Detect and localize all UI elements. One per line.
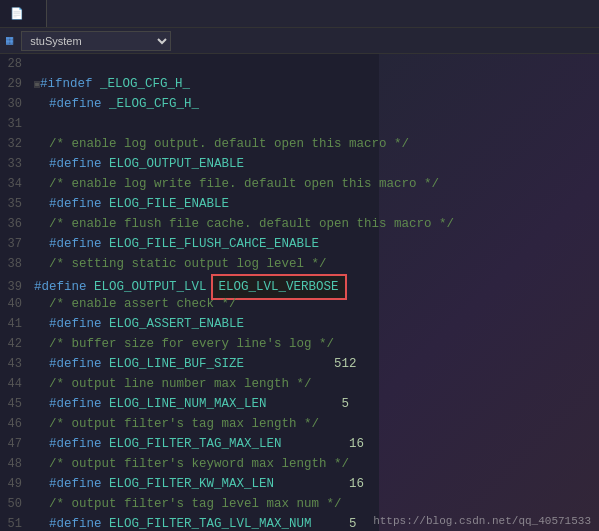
table-row: 28 (0, 54, 599, 74)
token-number: 16 (349, 437, 364, 451)
line-number: 28 (4, 57, 34, 71)
table-row: 31 (0, 114, 599, 134)
tab-elog-cfg[interactable]: 📄 (0, 0, 47, 27)
line-number: 48 (4, 457, 34, 471)
token-keyword: #define (49, 477, 102, 491)
token-text (34, 337, 49, 351)
line-content (34, 114, 595, 134)
token-keyword: #define (49, 437, 102, 451)
file-icon: 📄 (10, 7, 24, 20)
line-content: #define ELOG_FILTER_KW_MAX_LEN 16 (34, 474, 595, 494)
token-text (267, 397, 342, 411)
token-text (34, 437, 49, 451)
table-row: 48 /* output filter's keyword max length… (0, 454, 599, 474)
line-number: 33 (4, 157, 34, 171)
token-comment: /* enable log write file. default open t… (49, 177, 439, 191)
line-content: #define _ELOG_CFG_H_ (34, 94, 595, 114)
line-content: /* output filter's keyword max length */ (34, 454, 595, 474)
token-comment: /* enable flush file cache. default open… (49, 217, 454, 231)
token-text (34, 237, 49, 251)
token-text (34, 357, 49, 371)
token-keyword: #define (49, 317, 102, 331)
table-row: 49 #define ELOG_FILTER_KW_MAX_LEN 16 (0, 474, 599, 494)
line-content: #define ELOG_ASSERT_ENABLE (34, 314, 595, 334)
line-number: 30 (4, 97, 34, 111)
line-number: 47 (4, 437, 34, 451)
token-text (102, 237, 110, 251)
line-content: ▣#ifndef _ELOG_CFG_H_ (34, 74, 595, 95)
table-row: 45 #define ELOG_LINE_NUM_MAX_LEN 5 (0, 394, 599, 414)
token-comment: /* setting static output log level */ (49, 257, 327, 271)
token-text (34, 397, 49, 411)
url-watermark: https://blog.csdn.net/qq_40571533 (373, 515, 591, 527)
scope-select[interactable]: stuSystem (21, 31, 171, 51)
token-text (102, 477, 110, 491)
token-keyword: #define (49, 97, 102, 111)
table-row: 34 /* enable log write file. default ope… (0, 174, 599, 194)
token-text (34, 377, 49, 391)
token-text (102, 437, 110, 451)
token-text (312, 517, 350, 531)
token-text (34, 257, 49, 271)
table-row: 32 /* enable log output. default open th… (0, 134, 599, 154)
token-text (34, 457, 49, 471)
line-number: 45 (4, 397, 34, 411)
line-number: 50 (4, 497, 34, 511)
token-text (34, 217, 49, 231)
token-text (34, 317, 49, 331)
line-number: 49 (4, 477, 34, 491)
token-macro: ELOG_OUTPUT_ENABLE (109, 157, 244, 171)
token-text (34, 517, 49, 531)
token-text (282, 437, 350, 451)
table-row: 43 #define ELOG_LINE_BUF_SIZE 512 (0, 354, 599, 374)
table-row: 42 /* buffer size for every line's log *… (0, 334, 599, 354)
token-comment: /* enable assert check */ (49, 297, 237, 311)
token-macro: ELOG_LINE_BUF_SIZE (109, 357, 244, 371)
token-comment: /* output line number max length */ (49, 377, 312, 391)
token-text (34, 197, 49, 211)
table-row: 33 #define ELOG_OUTPUT_ENABLE (0, 154, 599, 174)
table-row: 44 /* output line number max length */ (0, 374, 599, 394)
token-comment: /* output filter's keyword max length */ (49, 457, 349, 471)
line-content: /* enable assert check */ (34, 294, 595, 314)
table-row: 29▣#ifndef _ELOG_CFG_H_ (0, 74, 599, 94)
table-row: 41 #define ELOG_ASSERT_ENABLE (0, 314, 599, 334)
line-content: #define ELOG_FILE_ENABLE (34, 194, 595, 214)
token-macro: ELOG_FILTER_TAG_MAX_LEN (109, 437, 282, 451)
token-text (34, 157, 49, 171)
token-comment: /* output filter's tag max length */ (49, 417, 319, 431)
line-content: #define ELOG_OUTPUT_ENABLE (34, 154, 595, 174)
token-macro: _ELOG_CFG_H_ (109, 97, 199, 111)
toolbar: ▦ stuSystem (0, 28, 599, 54)
token-text (244, 357, 334, 371)
table-row: 40 /* enable assert check */ (0, 294, 599, 314)
line-content (34, 54, 595, 74)
token-number: 512 (334, 357, 357, 371)
line-number: 32 (4, 137, 34, 151)
token-text (34, 297, 49, 311)
token-macro: ELOG_FILTER_TAG_LVL_MAX_NUM (109, 517, 312, 531)
table-row: 47 #define ELOG_FILTER_TAG_MAX_LEN 16 (0, 434, 599, 454)
token-keyword: #define (49, 397, 102, 411)
token-macro: ELOG_LINE_NUM_MAX_LEN (109, 397, 267, 411)
table-row: 50 /* output filter's tag level max num … (0, 494, 599, 514)
line-number: 41 (4, 317, 34, 331)
line-number: 37 (4, 237, 34, 251)
table-row: 37 #define ELOG_FILE_FLUSH_CAHCE_ENABLE (0, 234, 599, 254)
token-text (102, 397, 110, 411)
token-text (34, 497, 49, 511)
line-number: 31 (4, 117, 34, 131)
line-number: 42 (4, 337, 34, 351)
token-keyword: #define (49, 157, 102, 171)
token-number: 16 (349, 477, 364, 491)
token-text (102, 357, 110, 371)
line-content: #define ELOG_FILE_FLUSH_CAHCE_ENABLE (34, 234, 595, 254)
line-content: /* output line number max length */ (34, 374, 595, 394)
table-row: 36 /* enable flush file cache. default o… (0, 214, 599, 234)
token-text (34, 97, 49, 111)
token-macro: ELOG_FILE_FLUSH_CAHCE_ENABLE (109, 237, 319, 251)
code-area: 28 29▣#ifndef _ELOG_CFG_H_30 #define _EL… (0, 54, 599, 531)
token-comment: /* output filter's tag level max num */ (49, 497, 342, 511)
token-comment: /* buffer size for every line's log */ (49, 337, 334, 351)
token-number: 5 (349, 517, 357, 531)
